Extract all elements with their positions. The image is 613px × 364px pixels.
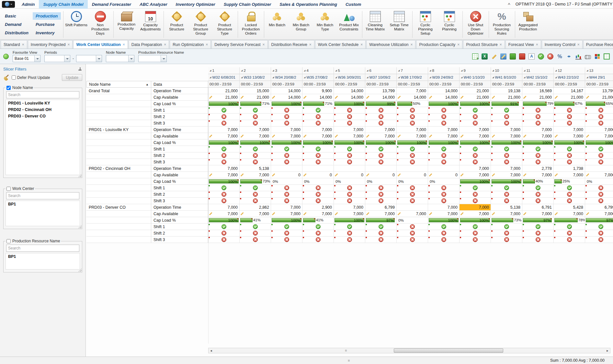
shift-status-cell[interactable] [397, 114, 428, 120]
shift-status-cell[interactable] [240, 152, 271, 159]
tab-close-icon[interactable]: × [164, 42, 166, 47]
shift-status-cell[interactable] [365, 152, 397, 159]
value-cell[interactable]: 7,000 [240, 127, 271, 133]
value-cell[interactable]: 14,000 [428, 94, 460, 101]
value-cell[interactable]: 13,799 [585, 88, 613, 94]
value-cell[interactable]: 0 [428, 172, 460, 178]
shift-status-cell[interactable] [428, 152, 460, 159]
data-label-cell[interactable]: Operation Time [151, 204, 208, 211]
document-tab-production-capacity[interactable]: Production Capacity× [416, 40, 462, 49]
value-cell[interactable]: 14,000 [271, 88, 302, 94]
shift-status-cell[interactable] [460, 114, 491, 120]
cap-load-cell[interactable]: 0% [428, 178, 460, 185]
cap-load-cell[interactable]: 71% [302, 101, 334, 107]
value-cell[interactable]: 7,000 [397, 127, 428, 133]
shift-status-cell[interactable] [302, 191, 334, 198]
cap-load-cell[interactable]: 97% [522, 217, 554, 224]
value-cell[interactable]: 7,000 [554, 211, 585, 217]
value-cell[interactable]: 7,000 [397, 88, 428, 94]
value-cell[interactable]: 15,000 [240, 88, 271, 94]
cap-load-cell[interactable]: 0% [365, 178, 397, 185]
column-time-header[interactable]: 00:00 - 23:59 [460, 81, 491, 88]
filter-item-bp1[interactable]: BP1 [6, 201, 80, 207]
shift-status-cell[interactable] [271, 198, 302, 204]
shift-status-cell[interactable] [428, 224, 460, 230]
value-cell[interactable]: 7,000 [460, 127, 491, 133]
node-name-cell[interactable]: PRD01 - Louisville KY [86, 127, 151, 133]
value-cell[interactable]: 7,000 [208, 133, 240, 139]
shift-status-cell[interactable] [460, 237, 491, 243]
value-cell[interactable]: 2,900 [302, 204, 334, 211]
value-cell[interactable]: 7,000 [491, 127, 522, 133]
value-cell[interactable] [365, 165, 397, 172]
shift-status-cell[interactable] [397, 237, 428, 243]
cap-load-cell[interactable]: 100% [460, 139, 491, 146]
value-cell[interactable]: 7,000 [271, 204, 302, 211]
cap-load-cell[interactable]: 71% [240, 101, 271, 107]
cap-load-cell[interactable]: 100% [554, 139, 585, 146]
cap-load-cell[interactable]: 100% [428, 101, 460, 107]
cap-load-cell[interactable]: 73% [491, 217, 522, 224]
ribbon-button-production-sourcing-rules[interactable]: Production Sourcing Rules [490, 10, 514, 39]
data-label-cell[interactable]: Shift 2 [151, 230, 208, 237]
node-name-cell[interactable] [86, 107, 151, 114]
data-label-cell[interactable]: Shift 3 [151, 198, 208, 204]
reject-icon[interactable] [547, 53, 553, 60]
cap-load-cell[interactable]: 100% [208, 101, 240, 107]
filter-checkbox-production-resource-name[interactable] [6, 239, 11, 243]
shift-status-cell[interactable] [397, 198, 428, 204]
data-label-cell[interactable]: Shift 2 [151, 114, 208, 120]
shift-status-cell[interactable] [271, 107, 302, 114]
column-time-header[interactable]: 00:00 - 23:59 [271, 81, 302, 88]
node-name-cell[interactable] [86, 211, 151, 217]
shift-status-cell[interactable] [334, 191, 365, 198]
shift-status-cell[interactable] [585, 152, 613, 159]
shift-status-cell[interactable] [240, 114, 271, 120]
value-cell[interactable]: 0 [365, 172, 397, 178]
column-week-header[interactable]: ◢W41 8/10/20 [491, 74, 522, 81]
tab-close-icon[interactable]: × [309, 42, 312, 47]
shift-status-cell[interactable] [208, 191, 240, 198]
node-name-column-header[interactable]: Node Name ▲ [86, 81, 151, 88]
value-cell[interactable]: 7,000 [428, 204, 460, 211]
column-week-header[interactable]: ◢W39 24/09/2 [428, 74, 460, 81]
value-cell[interactable]: 14,167 [554, 88, 585, 94]
value-cell[interactable]: 7,000 [208, 172, 240, 178]
shift-status-cell[interactable] [554, 237, 585, 243]
data-label-cell[interactable]: Operation Time [151, 165, 208, 172]
value-cell[interactable]: 9,900 [302, 88, 334, 94]
shift-status-cell[interactable] [208, 185, 240, 191]
shift-status-cell[interactable] [334, 224, 365, 230]
shift-status-cell[interactable] [585, 224, 613, 230]
shift-status-cell[interactable] [302, 146, 334, 152]
shift-status-cell[interactable] [585, 185, 613, 191]
shift-status-cell[interactable] [428, 120, 460, 127]
shift-status-cell[interactable] [240, 107, 271, 114]
shift-status-cell[interactable] [208, 230, 240, 237]
column-week-header[interactable]: ◢W37 10/09/2 [365, 74, 397, 81]
shift-status-cell[interactable] [334, 237, 365, 243]
node-name-cell[interactable] [86, 146, 151, 152]
cap-load-cell[interactable]: 50% [397, 101, 428, 107]
shift-status-cell[interactable] [491, 120, 522, 127]
column-week-header[interactable]: ◢W32 6/08/201 [208, 74, 240, 81]
node-name-cell[interactable] [86, 94, 151, 101]
column-time-header[interactable]: 00:00 - 23:59 [491, 81, 522, 88]
shift-status-cell[interactable] [334, 230, 365, 237]
data-label-cell[interactable]: Cap Available [151, 133, 208, 139]
shift-status-cell[interactable] [491, 224, 522, 230]
shift-status-cell[interactable] [428, 191, 460, 198]
shift-status-cell[interactable] [271, 185, 302, 191]
shift-status-cell[interactable] [208, 114, 240, 120]
value-cell[interactable]: 7,000 [271, 211, 302, 217]
shift-status-cell[interactable] [460, 230, 491, 237]
column-week-header[interactable]: ◢W34 20/08/2 [271, 74, 302, 81]
document-tab-run-optimization[interactable]: Run Optimization× [170, 40, 211, 49]
menu-item-admin[interactable]: Admin [17, 0, 39, 9]
shift-status-cell[interactable] [522, 191, 554, 198]
cap-load-cell[interactable]: 100% [491, 139, 522, 146]
shift-status-cell[interactable] [428, 159, 460, 165]
shift-status-cell[interactable] [271, 146, 302, 152]
show-available-icon[interactable] [510, 53, 516, 60]
shift-status-cell[interactable] [240, 185, 271, 191]
